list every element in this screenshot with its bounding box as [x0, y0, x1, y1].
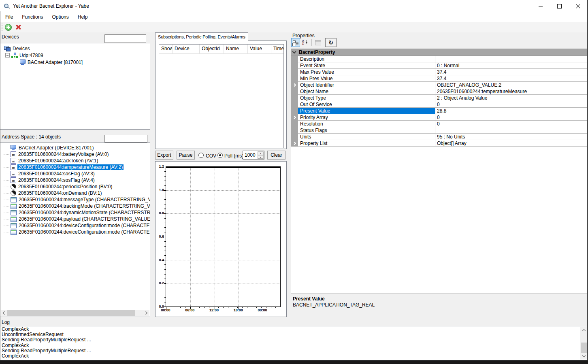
property-row[interactable]: Units 95 : No Units: [291, 134, 587, 140]
devices-filter-input[interactable]: [104, 34, 146, 43]
address-space-hscrollbar[interactable]: [1, 310, 149, 316]
address-space-item[interactable]: 20635F0106000244:temperatureMeasure (AV:…: [1, 164, 150, 170]
address-space-item[interactable]: 20635F0106000244:dynamicMotionState (CHA…: [1, 209, 150, 216]
property-row[interactable]: Property List Object[] Array: [291, 140, 587, 147]
address-space-filter-input[interactable]: [104, 135, 147, 143]
property-value-cell[interactable]: [435, 56, 587, 62]
address-space-item[interactable]: 20635F0106000244:payload (CHARACTERSTRIN…: [1, 216, 150, 222]
window-left-border: [0, 11, 0, 364]
property-value-cell[interactable]: OBJECT_ANALOG_VALUE:2: [435, 82, 587, 88]
address-space-item[interactable]: 20635F0106000244:deviceConfiguration:mod…: [1, 222, 150, 229]
spin-down-button[interactable]: ▼: [258, 155, 264, 159]
log-vscrollbar[interactable]: [580, 327, 587, 360]
property-name-cell[interactable]: Property List: [298, 140, 435, 147]
property-row[interactable]: Min Pres Value 37.4: [291, 75, 587, 82]
property-name-cell[interactable]: Description: [298, 56, 435, 62]
refresh-button[interactable]: ↻: [325, 38, 337, 47]
scroll-right-button[interactable]: [143, 310, 149, 316]
address-space-item[interactable]: 20635F0106000244:ackToken (AV:1): [1, 158, 150, 164]
column-header[interactable]: Name: [224, 45, 248, 53]
minimize-button[interactable]: [531, 0, 550, 12]
address-space-item[interactable]: 20635F0106000244:deviceConfiguration:mod…: [1, 229, 150, 235]
property-name-cell[interactable]: Object Identifier: [298, 82, 435, 88]
property-name-cell[interactable]: Status Flags: [298, 127, 435, 134]
column-header[interactable]: Device: [173, 45, 200, 53]
property-value-cell[interactable]: 0: [435, 114, 587, 121]
cov-radio[interactable]: [198, 153, 204, 158]
categorized-view-button[interactable]: [291, 38, 300, 47]
property-value-cell[interactable]: 0 : Normal: [435, 62, 587, 69]
column-header[interactable]: ObjectId: [200, 45, 224, 53]
scroll-left-button[interactable]: [1, 310, 7, 316]
address-space-item[interactable]: 20635F0106000244:onDemand (BV:1): [1, 190, 150, 196]
column-header[interactable]: Show: [159, 45, 173, 53]
menu-item[interactable]: Help: [73, 12, 92, 22]
alphabetical-sort-button[interactable]: AZ: [300, 38, 309, 47]
property-row[interactable]: Object Name 20635F0106000244:temperature…: [291, 88, 587, 95]
property-value-cell[interactable]: 28.8: [435, 108, 587, 114]
property-value-cell[interactable]: 2 : Object Analog Value: [435, 95, 587, 101]
property-row[interactable]: Object Type 2 : Object Analog Value: [291, 95, 587, 101]
property-name-cell[interactable]: Object Name: [298, 88, 435, 95]
property-name-cell[interactable]: Max Pres Value: [298, 69, 435, 75]
property-category-row[interactable]: BacnetProperty: [291, 49, 587, 56]
export-button[interactable]: Export: [155, 151, 173, 160]
address-space-item[interactable]: 20635F0106000244:messageType (CHARACTERS…: [1, 196, 150, 203]
property-row[interactable]: Object Identifier OBJECT_ANALOG_VALUE:2: [291, 82, 587, 88]
vscroll-thumb[interactable]: [581, 343, 587, 353]
property-value-cell[interactable]: Object[] Array: [435, 140, 587, 147]
property-name-cell[interactable]: Units: [298, 134, 435, 140]
property-row[interactable]: Present Value 28.8: [291, 108, 587, 114]
scroll-down-button[interactable]: [580, 353, 587, 360]
property-name-cell[interactable]: Event State: [298, 62, 435, 69]
address-space-item[interactable]: 20635F0106000244:periodicPosition (BV:0): [1, 183, 150, 190]
property-value-cell[interactable]: 0: [435, 101, 587, 108]
property-row[interactable]: Out Of Service 0: [291, 101, 587, 108]
column-header[interactable]: Time: [271, 45, 283, 53]
add-device-button[interactable]: [4, 23, 13, 32]
property-name-cell[interactable]: Out Of Service: [298, 101, 435, 108]
property-row[interactable]: Event State 0 : Normal: [291, 62, 587, 69]
pause-button[interactable]: Pause: [177, 151, 195, 160]
device-tree-item[interactable]: Udp:47809: [1, 52, 149, 59]
device-tree-item[interactable]: Devices: [1, 45, 149, 52]
property-row[interactable]: Description: [291, 56, 587, 62]
delete-device-button[interactable]: [14, 23, 23, 32]
property-value-cell[interactable]: [435, 127, 587, 134]
poll-radio[interactable]: [217, 153, 223, 158]
property-value-cell[interactable]: 37.4: [435, 75, 587, 82]
poll-interval-input[interactable]: [243, 151, 258, 159]
address-space-item[interactable]: 20635F0106000244:sosFlag (AV:4): [1, 177, 150, 183]
property-name-cell[interactable]: Priority Array: [298, 114, 435, 121]
property-name-cell[interactable]: Min Pres Value: [298, 75, 435, 82]
clear-button[interactable]: Clear: [267, 151, 285, 160]
property-value-cell[interactable]: 95 : No Units: [435, 134, 587, 140]
property-name-cell[interactable]: Object Type: [298, 95, 435, 101]
property-value-cell[interactable]: 37.4: [435, 69, 587, 75]
address-space-item[interactable]: BACnet Adapter (DEVICE:817001): [1, 145, 150, 151]
menu-item[interactable]: Options: [47, 12, 73, 22]
column-header[interactable]: Value: [248, 45, 271, 53]
property-row[interactable]: Max Pres Value 37.4: [291, 69, 587, 75]
tab-subscriptions[interactable]: Subscriptions, Periodic Polling, Events/…: [155, 32, 248, 41]
hscroll-track[interactable]: [7, 310, 143, 316]
property-row[interactable]: Status Flags: [291, 127, 587, 134]
property-row[interactable]: Resolution 0: [291, 121, 587, 127]
scroll-up-button[interactable]: [580, 327, 587, 334]
collapse-expander-icon[interactable]: [5, 53, 10, 57]
property-name-cell[interactable]: Present Value: [298, 108, 435, 114]
maximize-button[interactable]: [550, 0, 569, 12]
property-name-cell[interactable]: Resolution: [298, 121, 435, 127]
spin-up-button[interactable]: ▲: [258, 151, 264, 155]
device-tree-item[interactable]: BACnet Adapter [817001]: [1, 59, 149, 66]
menu-item[interactable]: File: [1, 12, 17, 22]
address-space-item[interactable]: 20635F0106000244:batteryVoltage (AV:0): [1, 151, 150, 158]
address-space-item[interactable]: 20635F0106000244:sosFlag (AV:3): [1, 170, 150, 177]
address-space-item[interactable]: 20635F0106000244:trackingMode (CHARACTER…: [1, 203, 150, 209]
menu-item[interactable]: Functions: [17, 12, 47, 22]
close-button[interactable]: [569, 0, 587, 12]
property-row[interactable]: Priority Array 0: [291, 114, 587, 121]
property-value-cell[interactable]: 0: [435, 121, 587, 127]
property-value-cell[interactable]: 20635F0106000244:temperatureMeasure: [435, 88, 587, 95]
hscroll-thumb[interactable]: [7, 310, 135, 316]
